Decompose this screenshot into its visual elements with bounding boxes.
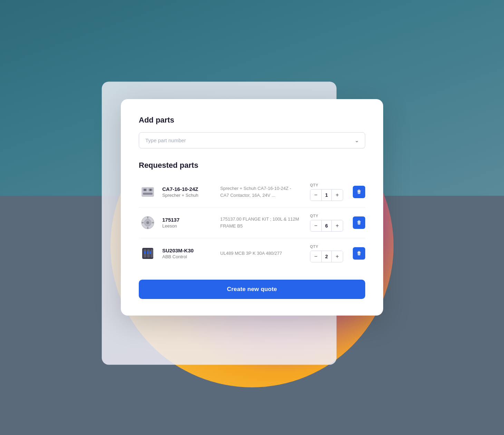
part-brand-3: ABB Control xyxy=(162,254,211,259)
delete-button-1[interactable] xyxy=(353,186,365,198)
qty-label-1: QTY xyxy=(310,183,318,187)
part-description-2: 175137.00 FLANGE KIT ; 100L & 112M FRAME… xyxy=(216,216,304,229)
svg-rect-19 xyxy=(150,251,151,254)
qty-decrease-1[interactable]: − xyxy=(310,190,321,201)
trash-icon xyxy=(356,251,362,256)
svg-point-8 xyxy=(146,221,149,224)
qty-controls-3: − 2 + xyxy=(310,251,343,262)
part-description-3: UL489 MCB 3P K 30A 480/277 xyxy=(216,250,304,257)
table-row: 175137 Leeson 175137.00 FLANGE KIT ; 100… xyxy=(139,207,365,238)
table-row: CA7-16-10-24Z Sprecher + Schuh Sprecher … xyxy=(139,177,365,207)
part-number-wrapper: Type part number ⌄ xyxy=(139,132,365,148)
qty-controls-1: − 1 + xyxy=(310,189,343,201)
qty-decrease-2[interactable]: − xyxy=(310,220,321,231)
svg-rect-10 xyxy=(147,227,148,229)
circuit-breaker-icon xyxy=(139,245,156,262)
qty-value-3: 2 xyxy=(321,251,332,262)
part-info-3: SU203M-K30 ABB Control xyxy=(162,248,211,259)
part-image-2 xyxy=(139,214,157,232)
svg-rect-3 xyxy=(143,193,153,195)
svg-rect-11 xyxy=(142,222,144,223)
delete-button-2[interactable] xyxy=(353,216,365,229)
qty-increase-2[interactable]: + xyxy=(332,220,343,231)
main-card: Add parts Type part number ⌄ Requested p… xyxy=(121,99,383,316)
qty-increase-3[interactable]: + xyxy=(332,251,343,262)
svg-point-5 xyxy=(149,189,152,191)
part-info-1: CA7-16-10-24Z Sprecher + Schuh xyxy=(162,186,211,198)
part-brand-2: Leeson xyxy=(162,223,211,229)
trash-icon xyxy=(356,220,362,225)
part-number-2: 175137 xyxy=(162,217,211,223)
part-info-2: 175137 Leeson xyxy=(162,217,211,229)
part-description-1: Sprecher + Schuh CA7-16-10-24Z - CA7 Con… xyxy=(216,185,304,199)
svg-point-4 xyxy=(144,189,146,191)
create-quote-button[interactable]: Create new quote xyxy=(139,280,365,299)
qty-value-1: 1 xyxy=(321,190,332,201)
part-number-1: CA7-16-10-24Z xyxy=(162,186,211,192)
svg-rect-9 xyxy=(147,216,148,219)
qty-section-2: QTY − 6 + xyxy=(310,214,343,232)
qty-label-3: QTY xyxy=(310,244,318,249)
svg-rect-17 xyxy=(144,251,146,254)
requested-parts-title: Requested parts xyxy=(139,161,365,170)
part-number-3: SU203M-K30 xyxy=(162,248,211,253)
svg-rect-12 xyxy=(152,222,154,223)
add-parts-title: Add parts xyxy=(139,116,365,125)
part-image-3 xyxy=(139,244,157,262)
delete-button-3[interactable] xyxy=(353,247,365,260)
qty-section-1: QTY − 1 + xyxy=(310,183,343,201)
svg-rect-18 xyxy=(147,251,148,254)
flange-kit-icon xyxy=(139,214,156,231)
part-image-1 xyxy=(139,183,157,201)
qty-label-2: QTY xyxy=(310,214,318,218)
parts-list: CA7-16-10-24Z Sprecher + Schuh Sprecher … xyxy=(139,177,365,269)
contactor-icon xyxy=(139,184,156,200)
qty-section-3: QTY − 2 + xyxy=(310,244,343,262)
trash-icon xyxy=(356,189,362,195)
qty-decrease-3[interactable]: − xyxy=(310,251,321,262)
qty-value-2: 6 xyxy=(321,220,332,231)
part-brand-1: Sprecher + Schuh xyxy=(162,193,211,198)
part-number-select[interactable]: Type part number xyxy=(139,132,365,148)
qty-controls-2: − 6 + xyxy=(310,220,343,232)
qty-increase-1[interactable]: + xyxy=(332,190,343,201)
table-row: SU203M-K30 ABB Control UL489 MCB 3P K 30… xyxy=(139,238,365,269)
